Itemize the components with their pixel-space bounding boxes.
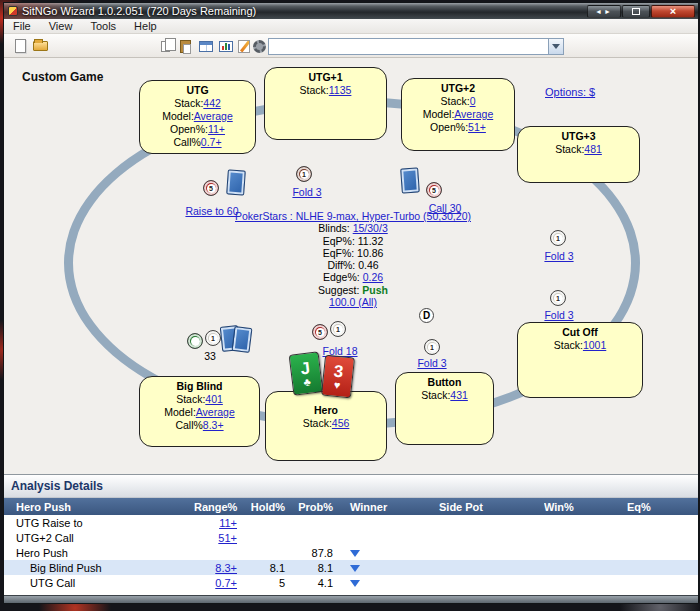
stack-link[interactable]: 1135 — [329, 84, 352, 96]
table-button[interactable] — [196, 37, 215, 55]
seat-hero: Hero Stack:456 — [265, 391, 387, 461]
utg-raise-link[interactable]: Raise to 60 — [166, 205, 258, 217]
analysis-row[interactable]: UTG Raise to 11+ — [4, 515, 698, 530]
close-button[interactable]: × — [651, 5, 695, 18]
analysis-row[interactable]: UTG+2 Call 51+ — [4, 530, 698, 545]
all-hands-link[interactable]: 100.0 (All) — [329, 296, 377, 308]
card-back-icon — [226, 169, 246, 195]
poker-chip: 1 — [424, 339, 440, 355]
game-info-panel: PokerStars : NLHE 9-max, Hyper-Turbo (50… — [215, 210, 491, 308]
col-header-hero-push[interactable]: Hero Push — [4, 501, 194, 513]
cutoff-fold-link[interactable]: Fold 3 — [532, 309, 586, 321]
utg1-fold-link[interactable]: Fold 3 — [280, 186, 334, 198]
range-link[interactable]: 51+ — [218, 532, 237, 544]
open-button[interactable] — [31, 37, 50, 55]
stack-label: Stack: — [554, 339, 583, 351]
open-label: Open%: — [170, 123, 208, 135]
model-link[interactable]: Average — [194, 110, 233, 122]
settings-button[interactable] — [250, 37, 269, 55]
seat-title: UTG+3 — [518, 130, 639, 143]
range-link[interactable]: 11+ — [219, 517, 237, 529]
row-name: UTG Raise to — [4, 517, 194, 529]
hero-card-jack-clubs: J ♣ — [289, 351, 324, 395]
window-nav-button[interactable]: ◄► — [587, 5, 621, 18]
stack-link[interactable]: 1001 — [583, 339, 606, 351]
menu-tools[interactable]: Tools — [81, 20, 125, 32]
poker-chip: 5 — [426, 182, 442, 198]
row-name: UTG+2 Call — [4, 532, 194, 544]
menu-file[interactable]: File — [4, 20, 40, 32]
col-header-prob[interactable]: Prob% — [290, 501, 338, 513]
diff-value: 0.46 — [358, 259, 378, 271]
new-icon — [15, 39, 26, 53]
copy-icon — [161, 41, 170, 52]
seat-title: Hero — [266, 404, 386, 417]
model-label: Model: — [162, 110, 194, 122]
stack-link[interactable]: 401 — [205, 393, 223, 405]
col-header-winner[interactable]: Winner — [338, 501, 439, 513]
stack-link[interactable]: 481 — [584, 143, 602, 155]
menu-view[interactable]: View — [40, 20, 82, 32]
utg2-call-link[interactable]: Call 30 — [415, 202, 475, 214]
paste-button[interactable] — [176, 37, 195, 55]
chart-button[interactable] — [216, 37, 235, 55]
edge-link[interactable]: 0.26 — [363, 271, 383, 283]
maximize-button[interactable] — [622, 5, 650, 18]
model-link[interactable]: Average — [196, 406, 235, 418]
seat-title: Big Blind — [140, 380, 259, 393]
seat-title: UTG+2 — [402, 82, 514, 95]
card-back-icon — [400, 167, 420, 193]
blinds-link[interactable]: 15/30/3 — [353, 222, 388, 234]
col-header-range[interactable]: Range% — [194, 501, 242, 513]
utg3-fold-link[interactable]: Fold 3 — [532, 250, 586, 262]
heart-suit-icon: ♥ — [333, 379, 341, 391]
model-label: Model: — [423, 108, 455, 120]
copy-button[interactable] — [156, 37, 175, 55]
edit-icon — [238, 40, 250, 53]
open-link[interactable]: 11+ — [208, 123, 225, 135]
title-bar[interactable]: SitNGo Wizard 1.0.2.051 (720 Days Remain… — [4, 3, 698, 19]
col-header-hold[interactable]: Hold% — [242, 501, 290, 513]
expand-arrow-icon[interactable] — [350, 550, 360, 557]
col-header-win[interactable]: Win% — [544, 501, 627, 513]
seat-title: UTG — [140, 84, 255, 97]
model-link[interactable]: Average — [454, 108, 493, 120]
call-link[interactable]: 0.7+ — [201, 136, 222, 148]
menu-help[interactable]: Help — [125, 20, 166, 32]
expand-arrow-icon[interactable] — [350, 580, 360, 587]
seat-title: UTG+1 — [265, 71, 386, 84]
seat-utg1: UTG+1 Stack:1135 — [264, 67, 387, 140]
stack-label: Stack: — [303, 417, 332, 429]
combobox-dropdown-button[interactable] — [548, 39, 563, 54]
eqf-label: EqF%: — [323, 247, 355, 259]
prob-value: 87.8 — [290, 547, 338, 559]
stack-link[interactable]: 0 — [470, 95, 476, 107]
stack-label: Stack: — [421, 389, 450, 401]
hold-value: 8.1 — [242, 562, 290, 574]
seat-bigblind: Big Blind Stack:401 Model:Average Call%8… — [139, 376, 260, 447]
blinds-label: Blinds: — [318, 222, 350, 234]
stack-label: Stack: — [555, 143, 584, 155]
stack-link[interactable]: 442 — [203, 97, 221, 109]
eqp-value: 11.32 — [358, 235, 384, 247]
new-button[interactable] — [11, 37, 30, 55]
analysis-row[interactable]: UTG Call 0.7+ 5 4.1 — [4, 575, 698, 590]
range-link[interactable]: 0.7+ — [215, 577, 237, 589]
game-selector-combobox[interactable] — [268, 38, 564, 55]
open-link[interactable]: 51+ — [468, 121, 486, 133]
analysis-row[interactable]: Hero Push 87.8 — [4, 545, 698, 560]
analysis-row[interactable]: Big Blind Push 8.3+ 8.1 8.1 — [4, 560, 698, 575]
options-link[interactable]: Options: $ — [545, 86, 595, 98]
analysis-details-panel: Analysis Details Hero Push Range% Hold% … — [4, 474, 698, 595]
range-link[interactable]: 8.3+ — [215, 562, 237, 574]
call-link[interactable]: 8.3+ — [203, 419, 224, 431]
expand-arrow-icon[interactable] — [350, 565, 360, 572]
stack-link[interactable]: 456 — [332, 417, 350, 429]
call-label: Call% — [173, 136, 200, 148]
col-header-sidepot[interactable]: Side Pot — [439, 501, 544, 513]
poker-chip: 1 — [205, 330, 221, 346]
button-fold-link[interactable]: Fold 3 — [405, 357, 459, 369]
col-header-eq[interactable]: Eq% — [627, 501, 689, 513]
stack-link[interactable]: 431 — [450, 389, 468, 401]
seat-title: Button — [396, 376, 493, 389]
